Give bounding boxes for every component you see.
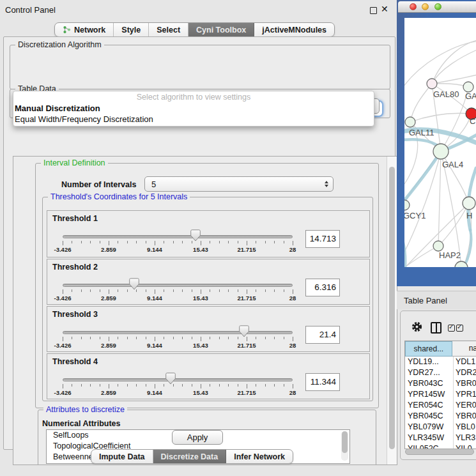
network-node-label: GA <box>465 91 476 101</box>
threshold-panel-3: Threshold 3-3.4262.8599.14415.4321.71528… <box>47 306 370 352</box>
float-window-icon[interactable] <box>370 7 377 14</box>
network-window-titlebar <box>398 1 476 13</box>
close-icon[interactable]: ✕ <box>381 4 388 14</box>
network-edge <box>438 203 469 246</box>
network-edge <box>432 40 476 84</box>
network-graph[interactable]: GAL80GACGAL11GAL4GCY1HHAP2 <box>404 18 476 267</box>
slider-thumb[interactable] <box>165 372 176 385</box>
scrollbar-thumb[interactable] <box>405 449 474 455</box>
attributes-list-scrollbar[interactable] <box>341 431 348 461</box>
network-node-hap2[interactable] <box>433 241 443 251</box>
control-panel-title: Control Panel <box>5 5 56 15</box>
number-of-intervals-combobox[interactable]: 5 <box>144 176 334 192</box>
tab-label: jActiveMNodules <box>262 26 326 35</box>
threshold-label: Threshold 2 <box>52 263 98 272</box>
control-panel-titlebar: Control Panel ✕ <box>0 0 396 19</box>
cell-name[interactable]: YDL1 <box>454 357 476 367</box>
threshold-value-field[interactable]: 6.316 <box>305 279 340 296</box>
tab-network[interactable]: Network <box>55 23 114 36</box>
slider-ticks <box>63 241 293 246</box>
attributes-group-title: Attributes to discretize <box>43 405 127 414</box>
tab-cyni-toolbox[interactable]: Cyni Toolbox <box>188 23 254 36</box>
tab-select[interactable]: Select <box>149 23 188 36</box>
table-row[interactable]: YER054CYER0 <box>405 400 476 411</box>
cell-shared-name[interactable]: YER054C <box>405 400 454 411</box>
checkbox-icon[interactable] <box>456 325 463 332</box>
column-header-name[interactable]: na <box>452 341 476 357</box>
minimize-traffic-light-icon[interactable] <box>422 3 429 10</box>
cell-name[interactable]: YBR0 <box>454 411 476 422</box>
tab-label: Infer Network <box>234 452 285 461</box>
tab-infer-network[interactable]: Infer Network <box>226 450 293 463</box>
table-panel: shared... na YDL19...YDL1YDR27...YDR2YBR… <box>400 311 476 460</box>
network-node-gal4[interactable] <box>433 144 449 159</box>
cell-name[interactable]: YER0 <box>454 400 476 411</box>
algorithm-dropdown-options: Manual DiscretizationEqual Width/Frequen… <box>13 103 374 125</box>
table-row[interactable]: YPR145WYPR1 <box>405 389 476 400</box>
cell-name[interactable]: YBL0 <box>454 422 476 433</box>
table-row[interactable]: YBR045CYBR0 <box>405 411 476 422</box>
table-horizontal-scrollbar[interactable] <box>405 449 475 454</box>
settings-scrollbar[interactable] <box>387 157 397 464</box>
table-row[interactable]: YBL079WYBL0 <box>405 422 476 433</box>
algorithm-option-equal-width-frequency-discretization[interactable]: Equal Width/Frequency Discretization <box>13 114 374 125</box>
algorithm-dropdown-prompt: Select algorithm to view settings <box>13 91 374 103</box>
threshold-value-field[interactable]: 11.344 <box>305 373 340 391</box>
slider-thumb[interactable] <box>129 278 139 290</box>
cell-shared-name[interactable]: YDL19... <box>405 357 454 367</box>
cell-name[interactable]: YPR1 <box>454 389 476 400</box>
scrollbar-thumb[interactable] <box>342 431 348 453</box>
table-row[interactable]: YBR043CYBR0 <box>405 378 476 389</box>
network-edge <box>410 113 472 122</box>
cell-name[interactable]: YDR2 <box>454 367 476 378</box>
threshold-value-field[interactable]: 14.713 <box>305 230 340 248</box>
column-header-shared-name[interactable]: shared... <box>405 341 452 357</box>
tab-discretize-data[interactable]: Discretize Data <box>153 450 227 463</box>
network-node-label: C <box>470 116 475 126</box>
network-node-gal80[interactable] <box>427 79 437 89</box>
network-node-gal11[interactable] <box>405 117 415 127</box>
table-row[interactable]: YDR27...YDR2 <box>405 367 476 378</box>
network-node-h[interactable] <box>463 197 475 210</box>
cyni-toolbox-panel: Discretization Algorithm Select algorith… <box>3 36 395 450</box>
cell-shared-name[interactable]: YBL079W <box>405 422 454 433</box>
screen: Control Panel ✕ NetworkStyleSelectCyni T… <box>0 0 476 476</box>
threshold-value-field[interactable]: 21.4 <box>305 326 340 344</box>
algorithm-option-manual-discretization[interactable]: Manual Discretization <box>13 103 374 114</box>
tab-impute-data[interactable]: Impute Data <box>91 450 153 463</box>
cell-name[interactable]: YBR0 <box>454 378 476 389</box>
table-row[interactable]: YLR345WYLR3 <box>405 433 476 443</box>
network-node-gcy1[interactable] <box>404 200 410 210</box>
network-edge-thick <box>404 229 405 267</box>
slider-thumb[interactable] <box>239 325 249 337</box>
tab-style[interactable]: Style <box>114 23 149 36</box>
cell-shared-name[interactable]: YBR045C <box>405 411 454 422</box>
cell-shared-name[interactable]: YPR145W <box>405 389 454 400</box>
slider-track[interactable] <box>63 331 293 334</box>
cell-shared-name[interactable]: YBR043C <box>405 378 454 389</box>
checkbox-icon[interactable] <box>448 325 455 332</box>
slider-track[interactable] <box>63 235 293 238</box>
table-panel-title: Table Panel <box>404 296 447 305</box>
cell-shared-name[interactable]: YDR27... <box>405 367 454 378</box>
cell-name[interactable]: YLR3 <box>454 433 476 443</box>
apply-button[interactable]: Apply <box>172 430 223 445</box>
tab-jactivemnodules[interactable]: jActiveMNodules <box>254 23 334 36</box>
slider-thumb[interactable] <box>190 229 201 242</box>
table-row[interactable]: YDL19...YDL1 <box>405 357 476 367</box>
slider-ticks <box>63 289 293 295</box>
zoom-traffic-light-icon[interactable] <box>434 3 441 10</box>
columns-icon[interactable] <box>431 322 441 334</box>
cell-shared-name[interactable]: YLR345W <box>405 433 454 443</box>
slider-track[interactable] <box>63 378 293 381</box>
network-node-ga[interactable] <box>463 82 473 92</box>
network-view[interactable]: GAL80GACGAL11GAL4GCY1HHAP2 <box>404 18 476 267</box>
close-traffic-light-icon[interactable] <box>410 3 417 10</box>
network-node-label: GAL11 <box>409 128 434 137</box>
gear-icon[interactable] <box>411 321 422 332</box>
discretization-algorithm-group: Discretization Algorithm <box>10 45 390 89</box>
scrollbar-thumb[interactable] <box>389 167 395 449</box>
slider-tick-labels: -3.4262.8599.14415.4321.71528 <box>63 246 293 253</box>
slider-track[interactable] <box>63 284 293 287</box>
node-table[interactable]: shared... na YDL19...YDL1YDR27...YDR2YBR… <box>404 341 476 449</box>
